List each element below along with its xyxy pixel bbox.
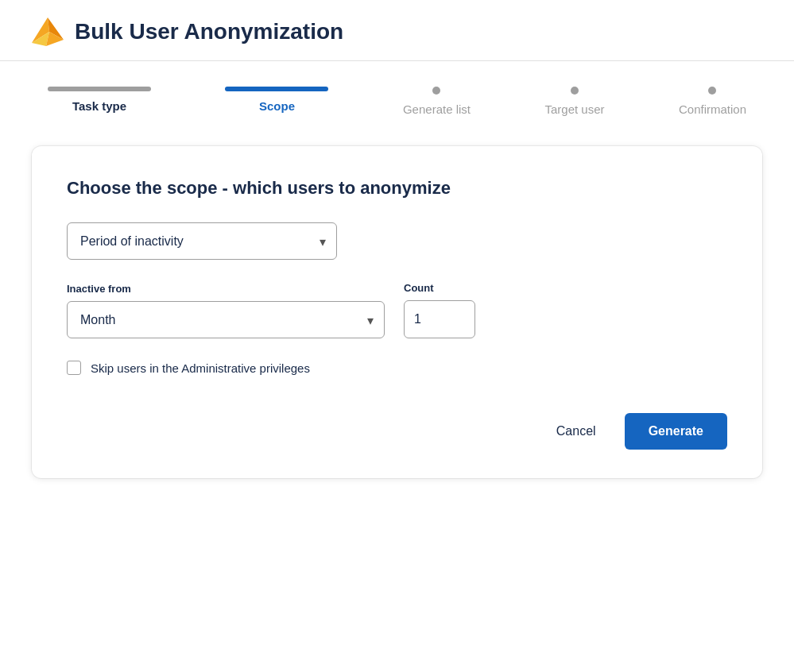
scope-dropdown-wrapper: Period of inactivity All users Custom fi… xyxy=(67,222,337,260)
admin-privileges-checkbox[interactable] xyxy=(67,361,81,375)
step-target-user-dot xyxy=(571,87,579,95)
inactive-select-wrapper: Month Week Day Year ▾ xyxy=(67,301,385,338)
actions-row: Cancel Generate xyxy=(67,413,727,450)
header: Bulk User Anonymization xyxy=(0,0,794,61)
inactive-from-group: Inactive from Month Week Day Year ▾ xyxy=(67,283,385,338)
step-scope-label: Scope xyxy=(259,99,295,113)
step-target-user: Target user xyxy=(544,87,604,116)
step-confirmation-label: Confirmation xyxy=(679,102,746,116)
main-card: Choose the scope - which users to anonym… xyxy=(32,146,762,478)
inactive-from-label: Inactive from xyxy=(67,283,385,295)
step-target-user-label: Target user xyxy=(544,102,604,116)
stepper: Task type Scope Generate list Target use… xyxy=(0,61,794,138)
step-scope: Scope xyxy=(225,87,328,113)
step-confirmation: Confirmation xyxy=(679,87,746,116)
step-generate-list-dot xyxy=(432,87,440,95)
page-title: Bulk User Anonymization xyxy=(75,19,343,44)
count-group: Count xyxy=(404,282,475,338)
page-wrapper: Bulk User Anonymization Task type Scope … xyxy=(0,0,794,672)
count-label: Count xyxy=(404,282,475,294)
generate-button[interactable]: Generate xyxy=(625,413,727,450)
inactive-from-dropdown[interactable]: Month Week Day Year xyxy=(67,301,385,338)
logo-icon xyxy=(32,17,64,46)
step-task-type: Task type xyxy=(48,87,151,113)
step-task-type-indicator xyxy=(48,87,151,91)
step-generate-list-label: Generate list xyxy=(403,102,471,116)
step-generate-list: Generate list xyxy=(403,87,471,116)
step-task-type-label: Task type xyxy=(72,99,126,113)
step-confirmation-dot xyxy=(708,87,716,95)
checkbox-row: Skip users in the Administrative privile… xyxy=(67,361,727,375)
checkbox-label: Skip users in the Administrative privile… xyxy=(91,361,310,375)
cancel-button[interactable]: Cancel xyxy=(544,416,609,446)
scope-dropdown[interactable]: Period of inactivity All users Custom fi… xyxy=(67,222,337,260)
card-title: Choose the scope - which users to anonym… xyxy=(67,178,727,199)
fields-row: Inactive from Month Week Day Year ▾ Coun… xyxy=(67,282,727,338)
count-input[interactable] xyxy=(404,300,475,338)
step-scope-indicator xyxy=(225,87,328,91)
